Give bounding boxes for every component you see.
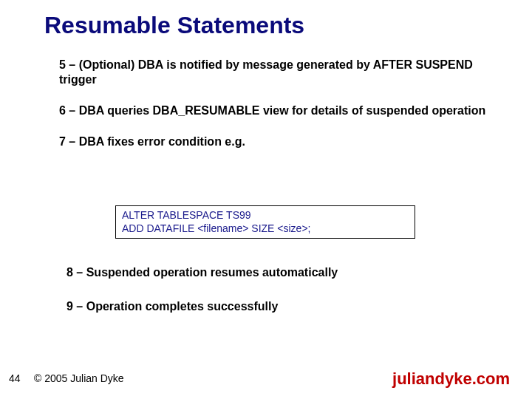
site-url: juliandyke.com — [392, 369, 510, 389]
bullet-8: 8 – Suspended operation resumes automati… — [66, 266, 488, 279]
copyright: © 2005 Julian Dyke — [34, 372, 124, 384]
bullet-7: 7 – DBA fixes error condition e.g. — [59, 134, 488, 149]
bullet-6: 6 – DBA queries DBA_RESUMABLE view for d… — [59, 103, 488, 118]
code-line-1: ALTER TABLESPACE TS99 — [122, 209, 409, 222]
page-number: 44 — [9, 372, 21, 384]
bullet-9: 9 – Operation completes successfully — [66, 300, 488, 313]
slide: Resumable Statements 5 – (Optional) DBA … — [0, 0, 532, 399]
code-line-2: ADD DATAFILE <filename> SIZE <size>; — [122, 222, 409, 236]
slide-title: Resumable Statements — [44, 12, 304, 39]
body-text: 5 – (Optional) DBA is notified by messag… — [59, 58, 488, 158]
lower-body: 8 – Suspended operation resumes automati… — [66, 266, 488, 334]
bullet-5: 5 – (Optional) DBA is notified by messag… — [59, 58, 488, 87]
code-box: ALTER TABLESPACE TS99 ADD DATAFILE <file… — [115, 205, 415, 239]
